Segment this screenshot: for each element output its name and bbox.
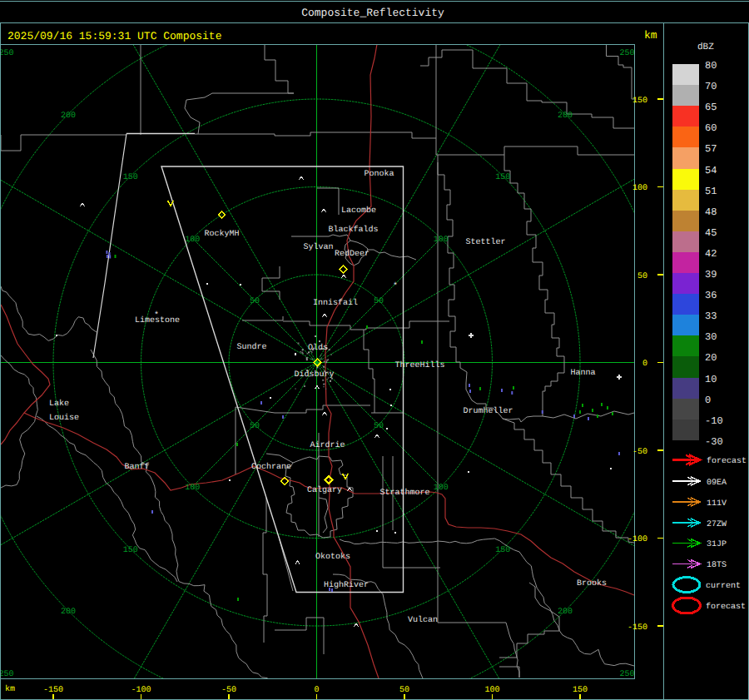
svg-text:ThreeHills: ThreeHills (394, 360, 444, 370)
svg-text:150: 150 (123, 173, 138, 182)
svg-text:Innisfail: Innisfail (313, 298, 358, 308)
svg-text:54: 54 (705, 165, 717, 176)
svg-text:Olds: Olds (308, 343, 328, 353)
svg-text:dBZ: dBZ (697, 42, 714, 52)
svg-text:100: 100 (185, 484, 200, 493)
svg-text:150: 150 (123, 546, 138, 555)
svg-text:Vulcan: Vulcan (408, 615, 438, 625)
svg-text:200: 200 (558, 608, 573, 617)
svg-text:150: 150 (495, 173, 510, 182)
svg-text:50: 50 (374, 297, 384, 306)
svg-text:150: 150 (632, 97, 647, 106)
svg-text:36: 36 (705, 290, 717, 301)
svg-text:100: 100 (434, 236, 449, 245)
svg-text:250: 250 (619, 670, 634, 679)
svg-text:65: 65 (705, 102, 717, 113)
svg-text:RockyMH: RockyMH (204, 229, 239, 239)
svg-text:km: km (644, 29, 657, 42)
svg-text:18TS: 18TS (707, 561, 727, 570)
svg-text:111V: 111V (707, 499, 727, 509)
svg-text:250: 250 (0, 49, 14, 58)
svg-text:Cochrane: Cochrane (251, 462, 291, 472)
svg-text:Okotoks: Okotoks (315, 552, 350, 562)
svg-text:100: 100 (632, 184, 647, 193)
svg-text:-10: -10 (705, 415, 723, 427)
svg-text:Composite_Reflectivity: Composite_Reflectivity (301, 7, 444, 19)
svg-text:30: 30 (705, 331, 717, 343)
svg-text:2025/09/16 15:59:31 UTC Compos: 2025/09/16 15:59:31 UTC Composite (7, 30, 221, 42)
svg-text:70: 70 (705, 81, 717, 92)
svg-text:33: 33 (705, 310, 717, 322)
svg-text:48: 48 (705, 206, 717, 218)
svg-text:Brooks: Brooks (577, 578, 607, 588)
svg-text:Banff: Banff (124, 462, 149, 472)
svg-text:31JP: 31JP (707, 540, 727, 549)
svg-text:Sylvan: Sylvan (303, 242, 333, 252)
svg-text:Stettler: Stettler (465, 237, 505, 247)
svg-text:-100: -100 (627, 535, 647, 544)
svg-text:60: 60 (705, 122, 717, 134)
svg-text:Lake: Lake (49, 399, 69, 409)
svg-text:10: 10 (705, 374, 717, 385)
svg-text:forecast: forecast (706, 602, 746, 612)
svg-text:HighRiver: HighRiver (324, 580, 369, 590)
svg-text:200: 200 (61, 608, 76, 617)
svg-text:100: 100 (185, 236, 200, 245)
svg-text:-30: -30 (705, 436, 723, 448)
svg-text:09EA: 09EA (707, 479, 727, 488)
svg-text:0: 0 (705, 395, 711, 406)
svg-text:50: 50 (250, 297, 260, 306)
svg-text:27ZW: 27ZW (707, 520, 727, 529)
svg-text:Louise: Louise (49, 413, 79, 423)
svg-text:50: 50 (399, 686, 409, 695)
svg-text:*: * (393, 281, 398, 291)
svg-text:50: 50 (250, 422, 260, 431)
svg-text:250: 250 (0, 670, 14, 679)
svg-text:39: 39 (705, 269, 717, 280)
svg-text:Lacombe: Lacombe (341, 206, 376, 216)
svg-text:current: current (706, 582, 741, 591)
svg-text:Drumheller: Drumheller (463, 406, 513, 416)
svg-text:0: 0 (314, 686, 319, 695)
svg-text:Strathmore: Strathmore (379, 488, 429, 498)
svg-text:250: 250 (619, 49, 634, 58)
svg-text:km: km (5, 684, 15, 694)
svg-text:Calgary: Calgary (307, 485, 342, 495)
svg-text:150: 150 (573, 686, 588, 695)
svg-text:100: 100 (484, 686, 499, 695)
svg-text:Airdrie: Airdrie (310, 440, 345, 450)
svg-text:-50: -50 (221, 686, 236, 695)
svg-text:200: 200 (61, 112, 76, 121)
svg-text:Hanna: Hanna (570, 369, 595, 378)
svg-text:-50: -50 (632, 448, 647, 457)
svg-text:*: * (154, 310, 159, 320)
svg-text:50: 50 (637, 272, 647, 281)
svg-text:-150: -150 (43, 686, 63, 695)
svg-text:57: 57 (705, 143, 717, 155)
svg-text:150: 150 (495, 546, 510, 555)
svg-text:forecast: forecast (707, 456, 747, 466)
svg-text:Blackfalds: Blackfalds (328, 225, 378, 235)
svg-text:45: 45 (705, 227, 717, 239)
svg-text:20: 20 (705, 352, 717, 364)
svg-text:51: 51 (705, 186, 717, 197)
svg-text:Ponoka: Ponoka (364, 169, 394, 179)
svg-text:80: 80 (705, 60, 717, 72)
svg-text:Didsbury: Didsbury (294, 370, 334, 380)
svg-text:-150: -150 (627, 623, 647, 633)
svg-text:100: 100 (434, 484, 449, 493)
svg-text:RedDeer: RedDeer (335, 249, 370, 259)
svg-text:50: 50 (374, 422, 384, 431)
svg-text:Sundre: Sundre (236, 342, 266, 352)
svg-text:200: 200 (558, 112, 573, 121)
svg-text:0: 0 (642, 360, 647, 369)
svg-text:42: 42 (705, 248, 717, 260)
svg-text:-100: -100 (131, 686, 151, 695)
